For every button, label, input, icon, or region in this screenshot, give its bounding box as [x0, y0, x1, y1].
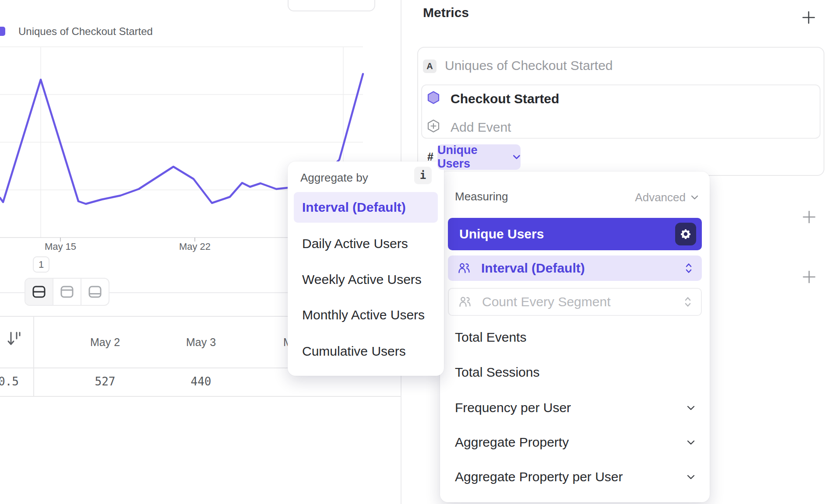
measuring-option-frequency-per-user[interactable]: Frequency per User	[455, 399, 695, 416]
chevron-down-icon	[513, 154, 521, 160]
measurement-pill-label: Unique Users	[437, 144, 508, 171]
option-label: Aggregate Property per User	[455, 469, 623, 484]
measuring-option-total-sessions[interactable]: Total Sessions	[455, 364, 695, 381]
aggregate-option-monthly-active-users[interactable]: Monthly Active Users	[302, 306, 425, 324]
chevron-down-icon	[691, 195, 698, 200]
option-label: Cumulative Users	[302, 344, 406, 359]
metrics-panel-title: Metrics	[423, 5, 469, 20]
event-row[interactable]: Checkout Started	[451, 91, 559, 106]
measurement-pill[interactable]: Unique Users	[437, 144, 521, 170]
add-breakdown-button[interactable]	[802, 270, 817, 284]
option-label: Total Sessions	[455, 365, 539, 380]
aggregate-option-interval-selected[interactable]: Interval (Default)	[294, 192, 438, 223]
option-label: Daily Active Users	[302, 236, 408, 251]
up-down-chevrons-icon	[685, 262, 692, 274]
gear-settings-button[interactable]	[675, 223, 696, 245]
add-filter-button[interactable]	[802, 210, 817, 224]
table-border-bottom	[0, 396, 401, 397]
aggregate-by-popup: Aggregate by i Interval (Default) Daily …	[288, 161, 444, 376]
option-label: Frequency per User	[455, 400, 571, 415]
event-hexagon-icon	[427, 91, 440, 104]
advanced-mode-toggle[interactable]: Advanced	[635, 191, 698, 204]
info-icon: i	[420, 169, 426, 182]
chevron-down-icon	[687, 475, 695, 480]
top-panel-icon	[60, 285, 74, 298]
x-tick-label: May 15	[30, 241, 91, 252]
table-row-label: 0.5	[0, 373, 21, 390]
insights-builder-screen: Uniques of Checkout Started May 15 May 2…	[0, 0, 831, 504]
interval-selector-row[interactable]: Interval (Default)	[448, 256, 702, 281]
measuring-option-unique-users-selected[interactable]: Unique Users	[448, 218, 702, 250]
chevron-down-icon	[687, 406, 695, 410]
selected-option-label: Unique Users	[459, 227, 544, 242]
users-icon	[458, 295, 472, 308]
bottom-panel-icon	[88, 285, 102, 298]
sort-descending-icon[interactable]	[7, 330, 21, 348]
table-column-border	[33, 316, 34, 397]
layout-bottom-panel-button[interactable]	[81, 279, 109, 305]
up-down-chevrons-icon	[684, 296, 691, 308]
option-label: Monthly Active Users	[302, 308, 425, 322]
measuring-option-aggregate-property[interactable]: Aggregate Property	[455, 434, 695, 451]
count-every-segment-row[interactable]: Count Every Segment	[448, 288, 702, 316]
users-icon	[458, 262, 471, 275]
table-header-cell[interactable]: May 3	[166, 333, 236, 351]
measuring-option-aggregate-property-per-user[interactable]: Aggregate Property per User	[455, 468, 695, 486]
option-label: Aggregate Property	[455, 435, 569, 450]
count-every-segment-label: Count Every Segment	[482, 294, 674, 309]
add-event-button[interactable]: Add Event	[451, 120, 511, 135]
layout-split-horizontal-button[interactable]	[25, 279, 53, 305]
option-label: Interval (Default)	[302, 200, 406, 215]
interval-selector-label: Interval (Default)	[481, 261, 675, 276]
chevron-down-icon	[687, 440, 695, 445]
table-cell-value: 527	[70, 373, 140, 390]
add-metric-button[interactable]	[801, 10, 816, 25]
measuring-popup-title: Measuring	[455, 190, 508, 203]
add-event-hexagon-icon	[427, 119, 440, 133]
x-tick-label: May 22	[164, 241, 225, 252]
page-chip[interactable]: 1	[33, 256, 49, 273]
info-button[interactable]: i	[414, 167, 432, 184]
measuring-option-total-events[interactable]: Total Events	[455, 329, 695, 346]
advanced-label: Advanced	[635, 191, 686, 204]
layout-toggle-group	[25, 278, 109, 306]
table-header-cell[interactable]: May 2	[70, 333, 140, 351]
aggregate-option-cumulative-users[interactable]: Cumulative Users	[302, 343, 406, 360]
option-label: Weekly Active Users	[302, 272, 422, 287]
option-label: Total Events	[455, 330, 526, 345]
table-cell-value: 440	[166, 373, 236, 390]
aggregate-by-title: Aggregate by	[300, 171, 368, 185]
layout-top-panel-button[interactable]	[53, 279, 81, 305]
metric-letter-badge: A	[423, 60, 437, 73]
split-horizontal-icon	[32, 285, 46, 298]
aggregate-option-weekly-active-users[interactable]: Weekly Active Users	[302, 271, 422, 288]
metric-title[interactable]: Uniques of Checkout Started	[445, 58, 613, 73]
aggregate-option-daily-active-users[interactable]: Daily Active Users	[302, 235, 408, 252]
gear-icon	[679, 228, 692, 241]
measuring-popup: Measuring Advanced Unique Users	[440, 172, 710, 502]
